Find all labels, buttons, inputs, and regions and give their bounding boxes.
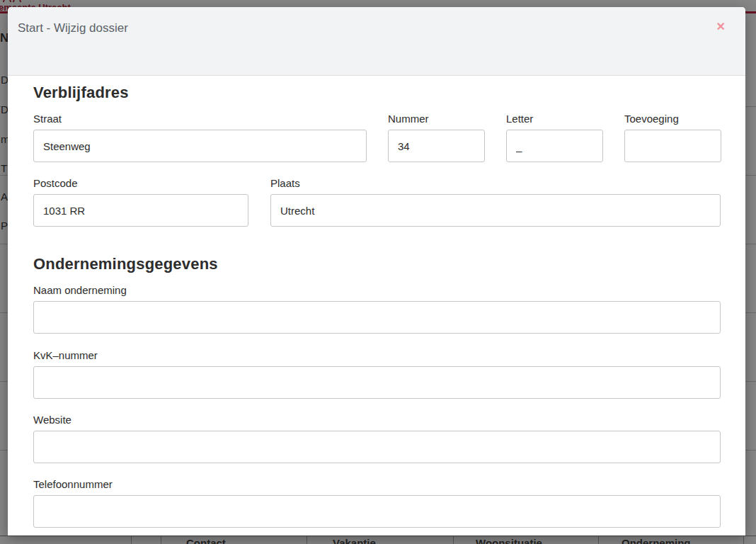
close-icon: ✕: [716, 21, 726, 33]
website-label: Website: [33, 414, 721, 426]
website-input[interactable]: [33, 431, 721, 463]
field-telefoonnummer: Telefoonnummer: [33, 479, 721, 528]
field-nummer: Nummer: [388, 113, 485, 162]
modal-close-button[interactable]: ✕: [715, 20, 727, 34]
letter-input[interactable]: [506, 130, 603, 162]
kvk-nummer-input[interactable]: [33, 366, 721, 399]
field-plaats: Plaats: [270, 178, 721, 227]
telefoonnummer-label: Telefoonnummer: [33, 479, 721, 490]
section-heading-ondernemingsgegevens: Ondernemingsgegevens: [33, 255, 218, 273]
straat-input[interactable]: [33, 130, 367, 162]
plaats-label: Plaats: [270, 178, 721, 189]
field-postcode: Postcode: [33, 178, 248, 227]
straat-label: Straat: [33, 113, 367, 125]
kvk-nummer-label: KvK–nummer: [33, 350, 721, 361]
letter-label: Letter: [506, 113, 603, 125]
naam-onderneming-label: Naam onderneming: [33, 285, 721, 296]
nummer-input[interactable]: [388, 130, 485, 162]
field-letter: Letter: [506, 113, 603, 162]
telefoonnummer-input[interactable]: [33, 495, 721, 528]
screen: gemeente Utrecht N D D m T A P Contact V…: [0, 0, 756, 544]
postcode-input[interactable]: [33, 194, 248, 227]
field-website: Website: [33, 414, 721, 463]
wijzig-dossier-modal: Start - Wijzig dossier ✕ Verblijfadres S…: [8, 7, 745, 536]
modal-header: Start - Wijzig dossier ✕: [8, 7, 745, 76]
nummer-label: Nummer: [388, 113, 485, 125]
section-heading-verblijfadres: Verblijfadres: [33, 84, 129, 102]
field-straat: Straat: [33, 113, 367, 162]
field-naam-onderneming: Naam onderneming: [33, 285, 721, 334]
toevoeging-label: Toevoeging: [624, 113, 721, 125]
plaats-input[interactable]: [270, 194, 721, 227]
naam-onderneming-input[interactable]: [33, 301, 721, 334]
field-kvk-nummer: KvK–nummer: [33, 350, 721, 399]
field-toevoeging: Toevoeging: [624, 113, 721, 162]
modal-title: Start - Wijzig dossier: [18, 21, 128, 35]
toevoeging-input[interactable]: [624, 130, 721, 162]
postcode-label: Postcode: [33, 178, 248, 189]
